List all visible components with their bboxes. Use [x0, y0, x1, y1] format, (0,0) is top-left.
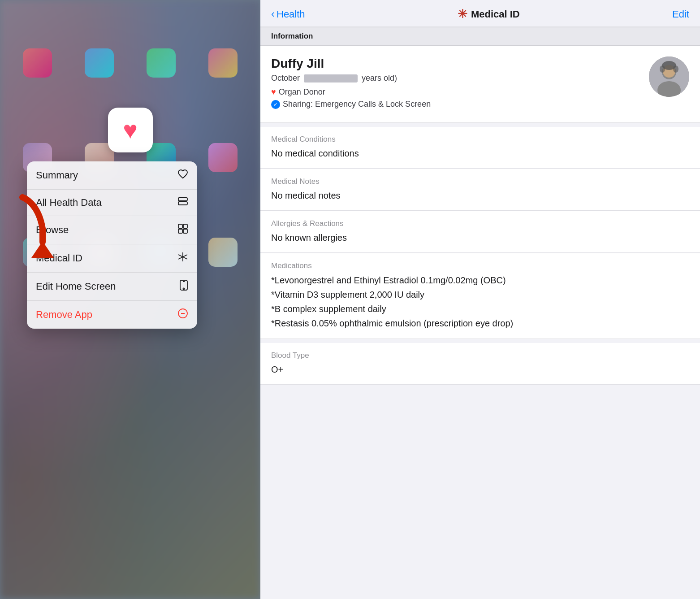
dob-redacted	[304, 74, 358, 82]
sharing-badge: ✓ Sharing: Emergency Calls & Lock Screen	[271, 100, 649, 109]
avatar-image	[649, 56, 689, 97]
medications-section: Medications *Levonorgestrel and Ethinyl …	[260, 253, 700, 339]
svg-rect-1	[178, 198, 187, 201]
allergies-label: Allergies & Reactions	[271, 219, 689, 228]
grid2x1-icon	[177, 197, 188, 208]
medications-list: *Levonorgestrel and Ethinyl Estradiol 0.…	[271, 273, 689, 330]
medication-item-1: *Vitamin D3 supplement 2,000 IU daily	[271, 287, 689, 302]
medical-conditions-section: Medical Conditions No medical conditions	[260, 127, 700, 169]
svg-point-20	[660, 65, 665, 73]
profile-dob: October years old)	[271, 74, 649, 83]
nav-title-text: Medical ID	[471, 9, 520, 20]
svg-rect-6	[183, 229, 187, 233]
dob-prefix: October	[271, 74, 300, 82]
right-panel: ‹ Health ✳ Medical ID Edit Information D…	[260, 0, 700, 599]
navigation-bar: ‹ Health ✳ Medical ID Edit	[260, 0, 700, 27]
menu-item-remove-app[interactable]: Remove App	[27, 301, 197, 329]
bg-icon-4	[208, 48, 238, 78]
svg-marker-0	[31, 241, 54, 258]
health-heart-icon: ♥	[123, 116, 138, 144]
organ-donor-label: Organ Donor	[279, 87, 325, 97]
blood-type-section: Blood Type O+	[260, 343, 700, 385]
grid2x2-icon	[177, 223, 188, 237]
profile-name: Duffy Jill	[271, 56, 649, 71]
edit-home-screen-label: Edit Home Screen	[36, 281, 116, 292]
arrow-indicator	[13, 193, 54, 266]
left-panel: ♥ Summary All Health Data	[0, 0, 260, 599]
phone-icon	[179, 280, 188, 293]
medication-item-2: *B complex supplement daily	[271, 302, 689, 316]
divider-2	[260, 339, 700, 343]
heart-icon: ♥	[271, 87, 276, 97]
medical-notes-section: Medical Notes No medical notes	[260, 169, 700, 211]
profile-section: Duffy Jill October years old) ♥ Organ Do…	[260, 46, 700, 123]
sharing-label: Sharing: Emergency Calls & Lock Screen	[283, 100, 431, 109]
svg-rect-5	[178, 229, 182, 233]
back-button[interactable]: ‹ Health	[271, 9, 305, 20]
allergies-section: Allergies & Reactions No known allergies	[260, 211, 700, 253]
allergies-value: No known allergies	[271, 231, 689, 244]
bg-icon-3	[147, 48, 176, 78]
summary-icon	[177, 169, 188, 182]
medical-notes-value: No medical notes	[271, 189, 689, 202]
edit-button[interactable]: Edit	[672, 9, 689, 20]
medication-item-0: *Levonorgestrel and Ethinyl Estradiol 0.…	[271, 273, 689, 287]
svg-point-12	[183, 288, 185, 290]
dob-suffix: years old)	[362, 74, 397, 82]
organ-donor-badge: ♥ Organ Donor	[271, 87, 649, 97]
medication-item-3: *Restasis 0.05% ophthalmic emulsion (pre…	[271, 316, 689, 330]
menu-item-summary[interactable]: Summary	[27, 161, 197, 190]
medical-conditions-value: No medical conditions	[271, 147, 689, 160]
bg-icon-1	[23, 48, 52, 78]
divider-1	[260, 123, 700, 126]
menu-item-edit-home-screen[interactable]: Edit Home Screen	[27, 273, 197, 301]
chevron-left-icon: ‹	[271, 9, 275, 19]
svg-rect-3	[178, 224, 182, 228]
medications-label: Medications	[271, 261, 689, 270]
remove-app-label: Remove App	[36, 309, 92, 321]
blood-type-label: Blood Type	[271, 351, 689, 360]
bg-icon-2	[85, 48, 114, 78]
medical-conditions-label: Medical Conditions	[271, 135, 689, 144]
medical-id-asterisk-icon: ✳	[458, 7, 467, 21]
profile-avatar	[649, 56, 689, 97]
check-icon: ✓	[271, 100, 280, 109]
profile-info: Duffy Jill October years old) ♥ Organ Do…	[271, 56, 649, 112]
bg-icon-8	[208, 143, 238, 172]
bg-icon-12	[208, 238, 238, 267]
back-label: Health	[277, 9, 305, 20]
minus-circle-icon	[177, 308, 188, 321]
svg-rect-2	[178, 202, 187, 205]
health-app-icon[interactable]: ♥	[108, 108, 153, 152]
asterisk-icon	[177, 252, 188, 265]
svg-point-21	[673, 65, 678, 73]
nav-title: ✳ Medical ID	[458, 7, 520, 21]
blood-type-value: O+	[271, 363, 689, 376]
svg-rect-4	[183, 224, 187, 228]
medical-notes-label: Medical Notes	[271, 177, 689, 186]
information-section-header: Information	[260, 27, 700, 46]
summary-label: Summary	[36, 169, 78, 181]
